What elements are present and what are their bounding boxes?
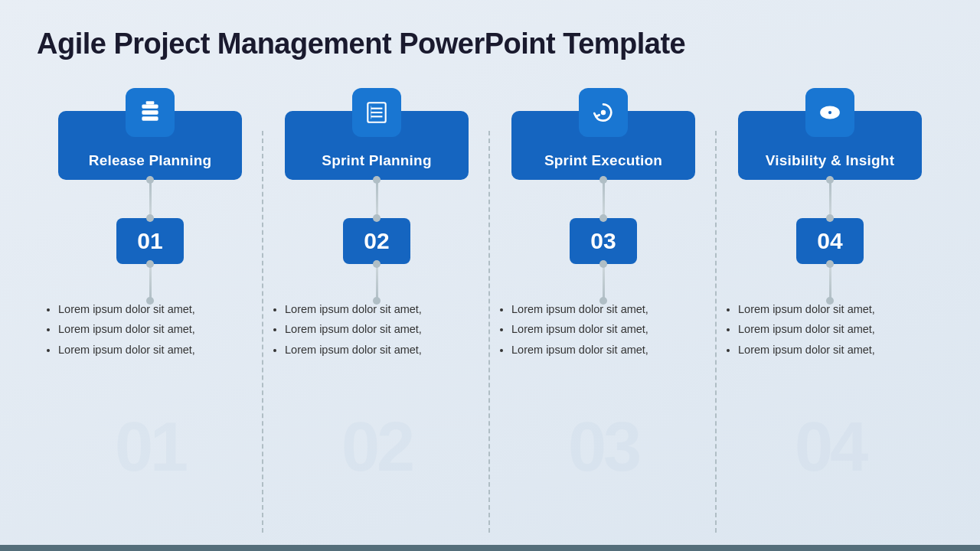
list-icon [352,88,401,137]
svg-point-9 [601,110,606,115]
list-item: Lorem ipsum dolor sit amet, [58,301,248,318]
list-item: Lorem ipsum dolor sit amet, [285,321,475,337]
header-card-3: Sprint Execution [511,111,695,180]
svg-rect-1 [142,110,158,114]
card-title-3: Sprint Execution [544,152,662,169]
list-item: Lorem ipsum dolor sit amet, [285,341,475,358]
bullet-list-2: Lorem ipsum dolor sit amet,Lorem ipsum d… [263,301,490,361]
header-card-2: Sprint Planning [285,111,469,180]
watermark-1: 01 [115,408,185,487]
bullet-list-4: Lorem ipsum dolor sit amet,Lorem ipsum d… [717,301,943,361]
connector-top-4 [829,180,831,218]
watermark-4: 04 [795,408,865,487]
column-4: Visibility & Insight04Lorem ipsum dolor … [717,85,943,533]
list-item: Lorem ipsum dolor sit amet, [285,301,475,318]
list-item: Lorem ipsum dolor sit amet, [511,321,701,337]
slide: Agile Project Management PowerPoint Temp… [0,0,980,551]
watermark-3: 03 [568,408,639,487]
connector-top-1 [149,180,152,218]
header-card-4: Visibility & Insight [738,111,922,180]
svg-rect-0 [142,104,158,108]
connector-bottom-3 [603,264,605,301]
connector-top-2 [376,180,378,218]
columns-container: Release Planning01Lorem ipsum dolor sit … [37,85,943,533]
svg-rect-3 [146,101,155,104]
page-title: Agile Project Management PowerPoint Temp… [37,28,943,60]
eye-icon [805,88,854,137]
number-box-4: 04 [796,218,864,264]
list-item: Lorem ipsum dolor sit amet, [738,321,928,337]
list-item: Lorem ipsum dolor sit amet, [738,341,928,358]
column-2: Sprint Planning02Lorem ipsum dolor sit a… [263,85,490,533]
list-item: Lorem ipsum dolor sit amet, [511,301,701,318]
list-item: Lorem ipsum dolor sit amet, [511,341,701,358]
number-box-3: 03 [570,218,637,264]
card-title-2: Sprint Planning [322,152,431,169]
list-item: Lorem ipsum dolor sit amet, [58,321,248,337]
watermark-2: 02 [341,408,412,487]
number-box-1: 01 [116,218,184,264]
bullet-list-3: Lorem ipsum dolor sit amet,Lorem ipsum d… [490,301,717,361]
card-title-4: Visibility & Insight [766,152,894,169]
svg-rect-2 [142,116,158,120]
connector-bottom-1 [149,264,152,301]
layers-icon [126,88,175,137]
column-1: Release Planning01Lorem ipsum dolor sit … [37,85,263,533]
bullet-list-1: Lorem ipsum dolor sit amet,Lorem ipsum d… [37,301,263,361]
connector-top-3 [603,180,605,218]
column-3: Sprint Execution03Lorem ipsum dolor sit … [490,85,717,533]
svg-point-12 [828,111,831,114]
list-item: Lorem ipsum dolor sit amet, [738,301,928,318]
connector-bottom-2 [376,264,378,301]
bottom-bar [0,545,980,551]
number-box-2: 02 [343,218,410,264]
card-title-1: Release Planning [89,152,212,169]
list-item: Lorem ipsum dolor sit amet, [58,341,248,358]
connector-bottom-4 [829,264,831,301]
refresh-icon [579,88,628,137]
header-card-1: Release Planning [58,111,242,180]
